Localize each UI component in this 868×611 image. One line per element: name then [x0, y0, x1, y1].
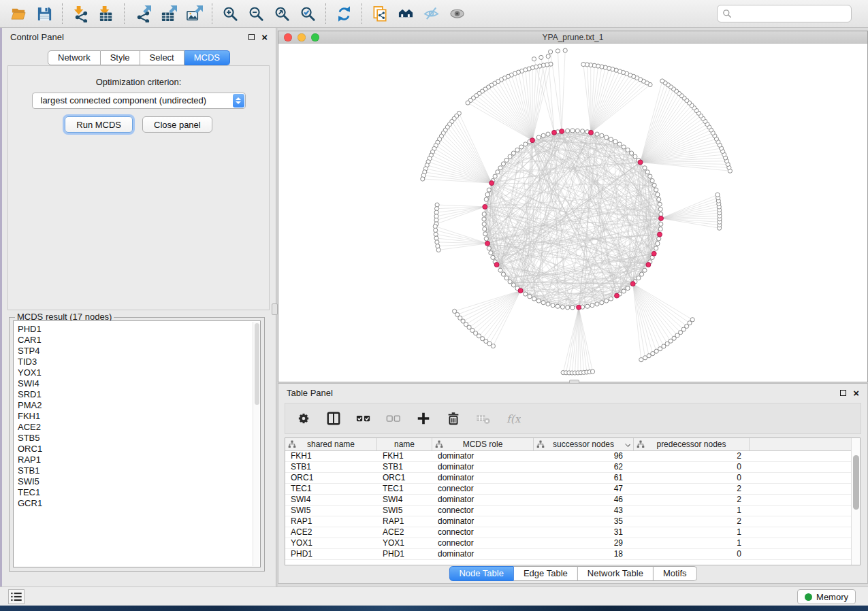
select-all-button[interactable] [355, 410, 372, 427]
select-stepper-icon [233, 94, 244, 108]
export-table-button[interactable] [155, 3, 181, 24]
mcds-result-item[interactable]: SWI5 [18, 476, 260, 487]
first-neighbors-button[interactable] [393, 3, 419, 24]
column-header-name[interactable]: name [377, 438, 432, 450]
tab-node-table[interactable]: Node Table [449, 566, 514, 581]
mcds-result-item[interactable]: YOX1 [18, 367, 260, 378]
search-input[interactable] [735, 9, 847, 18]
save-session-button[interactable] [31, 3, 57, 24]
mcds-result-item[interactable]: SWI4 [18, 378, 260, 389]
table-row[interactable]: YOX1YOX1connector291 [285, 538, 860, 549]
column-type-icon [637, 440, 645, 448]
cell-predecessor-nodes: 2 [634, 484, 750, 494]
zoom-fit-button[interactable] [269, 3, 295, 24]
close-panel-button[interactable]: Close panel [142, 116, 212, 133]
import-network-button[interactable] [67, 3, 93, 24]
mcds-result-item[interactable]: FKH1 [18, 411, 260, 422]
network-titlebar[interactable]: YPA_prune.txt_1 [278, 31, 867, 44]
tab-style[interactable]: Style [101, 50, 140, 65]
cell-shared-name: SWI4 [285, 495, 377, 505]
mcds-result-item[interactable]: TID3 [18, 357, 260, 367]
delete-row-icon [446, 411, 461, 426]
tab-network-table[interactable]: Network Table [578, 566, 654, 581]
delete-row-button[interactable] [445, 410, 462, 427]
network-canvas[interactable] [278, 44, 867, 382]
table-row[interactable]: RAP1RAP1dominator352 [285, 516, 860, 527]
column-header-shared-name[interactable]: shared name [285, 438, 377, 450]
hide-selected-button[interactable] [419, 3, 445, 24]
column-header-predecessor-nodes[interactable]: predecessor nodes [634, 438, 750, 450]
tab-select[interactable]: Select [140, 50, 184, 65]
tab-edge-table[interactable]: Edge Table [514, 566, 578, 581]
table-row[interactable]: FKH1FKH1dominator962 [285, 451, 860, 462]
cell-shared-name: YOX1 [285, 538, 377, 548]
mcds-result-list[interactable]: PHD1CAR1STP4TID3YOX1SWI4SRD1PMA2FKH1ACE2… [13, 320, 261, 567]
tab-network[interactable]: Network [48, 50, 101, 65]
column-type-icon [536, 440, 545, 448]
menu-button[interactable] [8, 589, 25, 604]
cell-shared-name: PHD1 [285, 549, 377, 559]
import-table-button[interactable] [93, 3, 119, 24]
open-file-button[interactable] [5, 3, 31, 24]
mcds-result-item[interactable]: STP4 [18, 346, 260, 357]
split-pane-button[interactable] [325, 410, 342, 427]
tab-mcds[interactable]: MCDS [184, 50, 230, 65]
table-row[interactable]: ACE2ACE2connector311 [285, 527, 860, 538]
column-type-icon [435, 440, 443, 448]
float-panel-icon[interactable] [248, 34, 255, 40]
mcds-result-item[interactable]: ORC1 [18, 444, 260, 455]
mcds-result-item[interactable]: STB1 [18, 465, 260, 476]
open-file-icon [10, 5, 27, 22]
mcds-result-item[interactable]: PHD1 [18, 324, 260, 335]
toolbar-separator [124, 3, 125, 24]
cell-MCDS-role: dominator [432, 549, 534, 559]
add-row-button[interactable] [415, 410, 432, 427]
search-box[interactable] [717, 5, 852, 22]
column-header-successor-nodes[interactable]: successor nodes [534, 438, 634, 450]
float-table-panel-icon[interactable] [840, 390, 846, 396]
mcds-result-item[interactable]: SRD1 [18, 389, 260, 400]
close-table-panel-icon[interactable]: × [853, 390, 859, 396]
table-row[interactable]: ORC1ORC1dominator610 [285, 473, 860, 484]
mcds-result-item[interactable]: STB5 [18, 433, 260, 444]
criterion-select[interactable]: largest connected component (undirected) [32, 93, 246, 109]
run-mcds-button[interactable]: Run MCDS [65, 116, 133, 133]
cell-MCDS-role: dominator [432, 462, 534, 472]
cell-predecessor-nodes: 1 [634, 527, 750, 538]
mcds-result-item[interactable]: PMA2 [18, 400, 260, 411]
zoom-out-icon [248, 5, 265, 22]
mcds-result-item[interactable]: TEC1 [18, 487, 260, 498]
delete-table-icon [476, 411, 491, 426]
export-image-button[interactable] [181, 3, 207, 24]
mcds-result-item[interactable]: ACE2 [18, 422, 260, 433]
table-row[interactable]: SWI5SWI5connector431 [285, 506, 860, 516]
mcds-list-scrollbar[interactable] [253, 322, 259, 566]
show-all-button[interactable] [445, 3, 470, 24]
zoom-in-button[interactable] [217, 3, 243, 24]
column-header-MCDS-role[interactable]: MCDS role [432, 438, 534, 450]
zoom-out-button[interactable] [243, 3, 269, 24]
cell-successor-nodes: 31 [534, 527, 634, 538]
close-panel-icon[interactable]: × [261, 34, 268, 40]
export-network-button[interactable] [129, 3, 155, 24]
toolbar-separator [361, 3, 362, 24]
table-row[interactable]: PHD1PHD1dominator180 [285, 549, 860, 560]
zoom-selected-button[interactable] [295, 3, 321, 24]
tab-motifs[interactable]: Motifs [654, 566, 697, 581]
refresh-view-button[interactable] [331, 3, 357, 24]
deselect-all-button[interactable] [385, 410, 402, 427]
memory-button[interactable]: Memory [797, 589, 856, 604]
divider-handle[interactable] [272, 303, 278, 315]
table-row[interactable]: TEC1TEC1connector472 [285, 484, 860, 495]
toolbar-separator [212, 3, 212, 24]
cell-shared-name: ORC1 [285, 473, 377, 483]
mcds-result-item[interactable]: RAP1 [18, 455, 260, 465]
mcds-result-item[interactable]: CAR1 [18, 335, 260, 346]
table-row[interactable]: SWI4SWI4dominator462 [285, 495, 860, 506]
copy-network-view-button[interactable] [367, 3, 393, 24]
table-scrollbar[interactable] [851, 438, 860, 565]
control-panel: Control Panel × NetworkStyleSelectMCDS O… [2, 28, 276, 587]
mcds-result-item[interactable]: GCR1 [18, 498, 260, 509]
table-row[interactable]: STB1STB1dominator620 [285, 462, 860, 473]
settings-button[interactable] [295, 410, 312, 427]
